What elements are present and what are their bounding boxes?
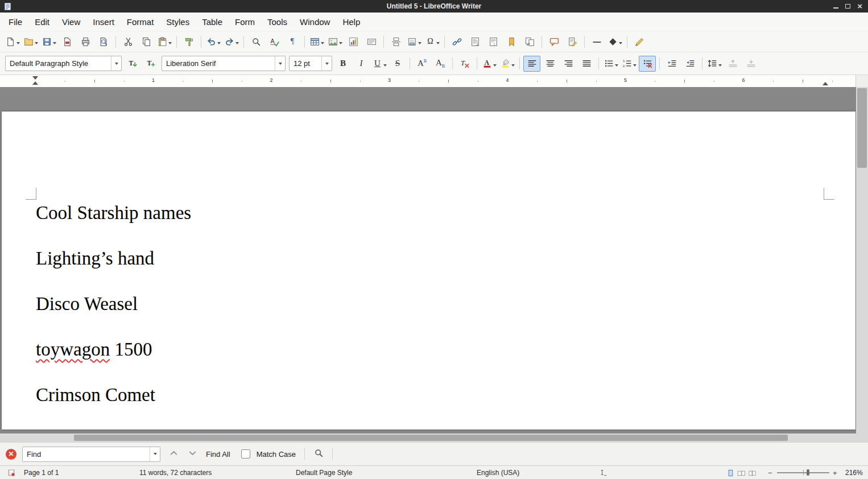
new-document-button[interactable] xyxy=(4,34,21,49)
dropdown-arrow-icon[interactable] xyxy=(718,59,722,69)
find-search-combobox[interactable] xyxy=(22,447,160,462)
text-run[interactable]: Lighting’s hand xyxy=(36,248,154,269)
word-count-status[interactable]: 11 words, 72 characters xyxy=(139,466,212,479)
page-style-status[interactable]: Default Page Style xyxy=(296,466,352,479)
save-button[interactable] xyxy=(40,34,57,49)
spelling-button[interactable]: A xyxy=(266,34,283,49)
menu-format[interactable]: Format xyxy=(121,14,160,30)
multi-page-view-icon[interactable] xyxy=(737,469,746,477)
ordered-list-button[interactable]: 1.2. xyxy=(621,56,638,72)
insert-chart-button[interactable] xyxy=(345,34,362,49)
right-indent-marker[interactable] xyxy=(822,82,828,85)
menu-insert[interactable]: Insert xyxy=(86,14,121,30)
insert-table-button[interactable] xyxy=(308,34,325,49)
menu-table[interactable]: Table xyxy=(196,14,229,30)
new-style-button[interactable]: T xyxy=(142,56,159,72)
dropdown-arrow-icon[interactable] xyxy=(493,59,497,69)
dropdown-arrow-icon[interactable] xyxy=(511,59,515,69)
text-run[interactable]: 1500 xyxy=(110,339,152,360)
menu-edit[interactable]: Edit xyxy=(28,14,56,30)
dropdown-arrow-icon[interactable] xyxy=(111,56,121,71)
undo-button[interactable] xyxy=(205,34,222,49)
page-text-area[interactable]: Cool Starship namesLighting’s handDisco … xyxy=(2,112,855,406)
zoom-in-button[interactable]: + xyxy=(833,466,837,479)
dropdown-arrow-icon[interactable] xyxy=(168,36,172,47)
subscript-button[interactable]: AB xyxy=(432,56,449,72)
dropdown-arrow-icon[interactable] xyxy=(339,36,342,47)
text-run[interactable]: Disco Weasel xyxy=(36,294,138,314)
left-indent-marker[interactable] xyxy=(32,76,38,85)
export-pdf-button[interactable] xyxy=(59,34,76,49)
menu-window[interactable]: Window xyxy=(294,14,336,30)
dropdown-arrow-icon[interactable] xyxy=(383,59,387,69)
find-previous-button[interactable] xyxy=(166,447,181,461)
dropdown-arrow-icon[interactable] xyxy=(35,36,38,47)
match-case-checkbox[interactable] xyxy=(241,449,250,459)
print-preview-button[interactable] xyxy=(95,34,112,49)
align-right-button[interactable] xyxy=(560,56,577,72)
misspelled-word[interactable]: toywagon xyxy=(36,339,110,360)
find-and-replace-button[interactable] xyxy=(311,447,326,461)
insert-field-button[interactable] xyxy=(406,34,423,49)
underline-button[interactable]: U xyxy=(371,56,388,72)
dropdown-arrow-icon[interactable] xyxy=(53,36,56,47)
find-and-replace-button[interactable] xyxy=(247,34,264,49)
strikethrough-button[interactable]: S xyxy=(389,56,406,72)
page-number-status[interactable]: Page 1 of 1 xyxy=(24,466,59,479)
dropdown-arrow-icon[interactable] xyxy=(619,36,622,47)
dropdown-arrow-icon[interactable] xyxy=(150,447,160,461)
close-icon[interactable]: × xyxy=(857,3,862,10)
book-view-icon[interactable] xyxy=(748,469,757,477)
insert-comment-button[interactable] xyxy=(545,34,563,49)
menu-form[interactable]: Form xyxy=(229,14,261,30)
document-page[interactable]: Cool Starship namesLighting’s handDisco … xyxy=(2,112,855,430)
insert-footnote-button[interactable]: 1 xyxy=(466,34,483,49)
insert-bookmark-button[interactable] xyxy=(503,34,520,49)
decrease-indent-button[interactable] xyxy=(681,56,698,72)
paragraph[interactable]: Cool Starship names xyxy=(36,201,821,224)
dropdown-arrow-icon[interactable] xyxy=(436,36,440,47)
insert-hyperlink-button[interactable] xyxy=(448,34,465,49)
zoom-out-button[interactable]: − xyxy=(768,466,772,479)
superscript-button[interactable]: AB xyxy=(414,56,431,72)
restore-icon[interactable] xyxy=(845,4,850,9)
dropdown-arrow-icon[interactable] xyxy=(418,36,421,47)
redo-button[interactable] xyxy=(223,34,240,49)
paste-button[interactable] xyxy=(156,34,173,49)
horizontal-ruler[interactable]: 123456 xyxy=(0,75,856,87)
align-center-button[interactable] xyxy=(542,56,559,72)
menu-styles[interactable]: Styles xyxy=(160,14,196,30)
dropdown-arrow-icon[interactable] xyxy=(275,56,285,71)
clone-formatting-button[interactable] xyxy=(180,34,197,49)
minimize-icon[interactable] xyxy=(833,5,838,9)
paragraph-style-combobox[interactable]: Default Paragraph Style xyxy=(5,56,122,71)
show-draw-functions-button[interactable] xyxy=(631,34,648,49)
basic-shapes-button[interactable] xyxy=(606,34,623,49)
dropdown-arrow-icon[interactable] xyxy=(633,59,636,69)
paragraph[interactable]: toywagon 1500 xyxy=(36,338,821,361)
zoom-level[interactable]: 216% xyxy=(845,466,863,479)
dropdown-arrow-icon[interactable] xyxy=(321,36,324,47)
insert-cross-reference-button[interactable] xyxy=(521,34,538,49)
italic-button[interactable]: I xyxy=(353,56,370,72)
line-spacing-button[interactable] xyxy=(706,56,723,72)
single-page-view-icon[interactable] xyxy=(726,469,735,477)
find-search-input[interactable] xyxy=(23,450,150,459)
close-find-bar-icon[interactable]: ✕ xyxy=(6,449,16,460)
clear-direct-formatting-button[interactable]: T xyxy=(456,56,473,72)
open-button[interactable] xyxy=(22,34,39,49)
no-list-button[interactable] xyxy=(639,56,656,72)
cut-button[interactable] xyxy=(119,34,137,49)
zoom-slider-handle[interactable] xyxy=(807,469,809,476)
highlighting-color-button[interactable] xyxy=(499,56,516,72)
find-next-button[interactable] xyxy=(185,447,200,461)
text-run[interactable]: Cool Starship names xyxy=(36,203,191,223)
dropdown-arrow-icon[interactable] xyxy=(217,36,221,47)
print-button[interactable] xyxy=(77,34,94,49)
bold-button[interactable]: B xyxy=(334,56,352,72)
menu-view[interactable]: View xyxy=(56,14,86,30)
text-run[interactable]: Crimson Comet xyxy=(36,385,155,405)
horizontal-scrollbar[interactable] xyxy=(0,433,868,442)
insert-text-box-button[interactable] xyxy=(363,34,380,49)
insert-endnote-button[interactable]: i xyxy=(485,34,502,49)
